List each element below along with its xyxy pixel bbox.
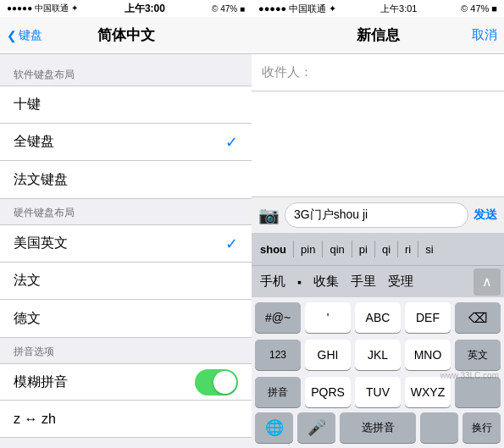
key-ghi[interactable]: GHI [305,340,351,370]
left-nav-title: 简体中文 [97,25,155,45]
list-item-fawen-hw[interactable]: 法文 [0,263,252,300]
software-keyboard-list: 十键 全键盘 ✓ 法文键盘 [0,86,252,199]
candidate-word-0[interactable]: 手机 [255,270,291,293]
message-body [252,91,504,196]
key-return[interactable]: 换行 [462,412,501,443]
right-signal: ●●●●● 中国联通 ✦ [258,3,336,15]
keyboard-row-1: #@~ ' ABC DEF ⌫ [252,297,504,335]
delete-key[interactable]: ⌫ [455,302,501,333]
back-label[interactable]: 键盘 [19,28,42,43]
left-signal: ●●●●● 中国联通 ✦ [7,3,78,14]
right-battery: © 47% ■ [461,3,497,14]
fuzzy-pinyin-label: 模糊拼音 [14,373,195,391]
pinyin-suggestions-row: shou pin qin pi qi ri si [252,233,504,265]
list-item-quanjianpan[interactable]: 全键盘 ✓ [0,124,252,161]
zh-subitem[interactable]: z ↔ zh [0,401,252,438]
message-input[interactable]: 3G门户shou ji [285,202,468,228]
dewen-label: 德文 [14,310,238,328]
key-pqrs[interactable]: PQRS [305,377,351,407]
pinyin-section-header: 拼音选项 [0,338,252,362]
input-area: 📷 3G门户shou ji 发送 [252,196,504,233]
candidate-word-4[interactable]: 受理 [383,270,418,293]
camera-icon[interactable]: 📷 [258,205,280,225]
pinyin-word-4[interactable]: qi [377,240,396,259]
key-123[interactable]: 123 [255,340,301,370]
hardware-section-header: 硬件键盘布局 [0,199,252,224]
candidate-word-3[interactable]: 手里 [346,270,381,293]
fuzzy-pinyin-toggle[interactable] [195,369,238,395]
left-panel: ●●●●● 中国联通 ✦ 上午3:00 © 47% ■ ❮ 键盘 简体中文 软件… [0,0,252,448]
divider-1 [322,241,323,257]
pinyin-word-0[interactable]: shou [255,240,291,259]
quanjianpan-label: 全键盘 [14,133,225,151]
gap3: 拼音选项 [0,338,252,363]
key-empty[interactable] [455,377,501,407]
key-yingwen[interactable]: 英文 [455,340,501,370]
fawen-hw-label: 法文 [14,272,238,290]
key-abc[interactable]: ABC [355,302,401,333]
cancel-button[interactable]: 取消 [472,27,497,43]
key-tuv[interactable]: TUV [355,377,401,407]
key-special[interactable]: #@~ [255,302,301,333]
key-wxyz[interactable]: WXYZ [405,377,451,407]
pinyin-word-1[interactable]: pin [296,240,320,259]
left-nav-bar: ❮ 键盘 简体中文 [0,17,252,54]
candidate-word-2[interactable]: 收集 [308,270,344,293]
divider-0 [293,241,294,257]
gap2: 硬件键盘布局 [0,199,252,224]
key-def[interactable]: DEF [405,302,451,333]
key-jkl[interactable]: JKL [355,340,401,370]
right-status-bar: ●●●●● 中国联通 ✦ 上午3:01 © 47% ■ [252,0,504,17]
send-button[interactable]: 发送 [474,207,497,223]
key-globe[interactable]: 🌐 [255,412,293,443]
left-battery: © 47% ■ [212,4,245,14]
key-apostrophe[interactable]: ' [305,302,351,333]
key-mno[interactable]: MNO [405,340,451,370]
typed-text: 3G门户shou ji [294,207,368,223]
pinyin-word-5[interactable]: ri [400,240,416,259]
divider-5 [418,241,418,257]
recipient-bar: 收件人： [252,54,504,91]
key-pinyin[interactable]: 拼音 [255,377,301,407]
back-chevron-icon: ❮ [7,29,17,42]
key-mic[interactable]: 🎤 [297,412,335,443]
list-item-fawen[interactable]: 法文键盘 [0,161,252,198]
divider-2 [352,241,352,257]
back-button[interactable]: ❮ 键盘 [7,28,42,43]
shijian-label: 十键 [14,96,238,113]
fuzzy-pinyin-toggle-row: 模糊拼音 [0,363,252,401]
meiguo-label: 美国英文 [14,235,225,252]
message-nav-title: 新信息 [357,25,400,45]
candidate-expand-button[interactable]: ∧ [474,268,501,296]
software-section-header: 软件键盘布局 [0,61,252,86]
left-time: 上午3:00 [125,2,165,16]
right-time: 上午3:01 [380,3,417,15]
key-select-pinyin[interactable]: 选拼音 [340,412,416,443]
list-item-meiguo[interactable]: 美国英文 ✓ [0,225,252,263]
keyboard-row-4: 🌐 🎤 选拼音 换行 [252,409,504,448]
keyboard-row-2: 123 GHI JKL MNO 英文 [252,335,504,372]
hardware-keyboard-list: 美国英文 ✓ 法文 德文 [0,224,252,338]
list-item-shijian[interactable]: 十键 [0,86,252,124]
divider-3 [374,241,375,257]
right-panel: ●●●●● 中国联通 ✦ 上午3:01 © 47% ■ 新信息 取消 收件人： … [252,0,504,448]
pinyin-word-3[interactable]: pi [354,240,373,259]
key-space-empty[interactable] [420,412,458,443]
left-status-bar: ●●●●● 中国联通 ✦ 上午3:00 © 47% ■ [0,0,252,17]
keyboard-row-3: 拼音 PQRS TUV WXYZ [252,372,504,409]
zh-subitem-label: z ↔ zh [14,412,56,427]
candidate-emoji[interactable]: ▪ [292,272,307,292]
quanjianpan-check: ✓ [225,133,238,152]
divider-4 [397,241,398,257]
message-nav-bar: 新信息 取消 [252,17,504,54]
meiguo-check: ✓ [225,235,238,253]
list-item-dewen[interactable]: 德文 [0,300,252,337]
candidate-row: 手机 ▪ 收集 手里 受理 ∧ [252,265,504,297]
to-label: 收件人： [262,64,313,80]
gap1 [0,54,252,61]
pinyin-word-2[interactable]: qin [324,240,349,259]
fawen-label: 法文键盘 [14,171,238,189]
pinyin-word-6[interactable]: si [420,240,438,259]
